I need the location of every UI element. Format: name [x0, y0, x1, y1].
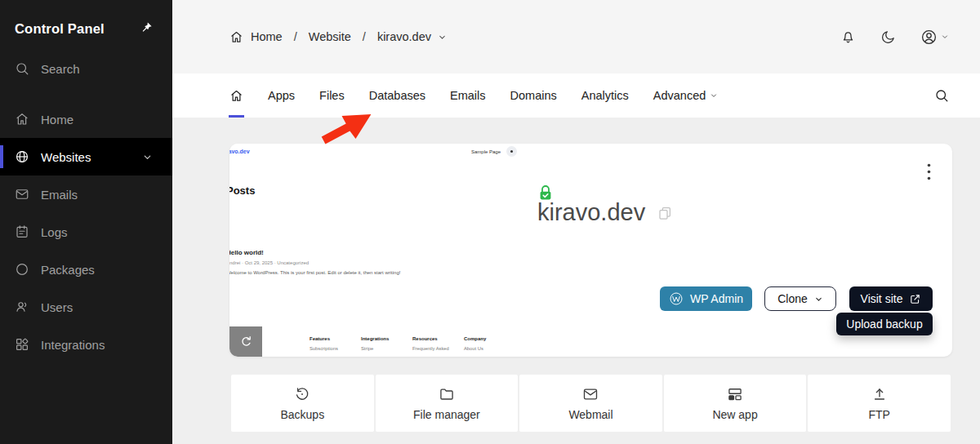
breadcrumb: Home / Website / kiravo.dev [229, 30, 447, 44]
breadcrumb-home[interactable]: Home [229, 30, 283, 44]
quick-actions-row: Backups File manager Webmail New app FTP [231, 375, 951, 432]
preview-search-icon [506, 146, 517, 157]
search-icon [934, 88, 949, 103]
upload-backup-label: Upload backup [846, 317, 922, 331]
theme-toggle-button[interactable] [880, 29, 896, 45]
tabbar-search-button[interactable] [934, 88, 949, 103]
preview-site-logo: kiravo.dev [229, 149, 250, 154]
quick-action-label: FTP [868, 408, 889, 421]
preview-footer-col-title: Company [464, 336, 515, 341]
sidebar-header: Control Panel [0, 0, 172, 37]
sidebar-item-logs[interactable]: Logs [0, 213, 172, 251]
folder-icon [439, 386, 455, 402]
copy-domain-button[interactable] [657, 205, 672, 221]
breadcrumb-current-label: kiravo.dev [377, 30, 431, 43]
quick-action-label: Backups [280, 408, 324, 421]
preview-post-meta: Andrei · Oct 29, 2025 · Uncategorized [229, 260, 406, 265]
sidebar-item-label: Integrations [41, 338, 105, 352]
breadcrumb-site-selector[interactable]: kiravo.dev [377, 30, 447, 43]
refresh-preview-button[interactable] [229, 326, 262, 357]
site-tabbar: Apps Files Databases Emails Domains Anal… [172, 73, 980, 118]
chevron-down-icon [438, 33, 447, 42]
annotation-arrow [317, 103, 386, 145]
preview-post-body: Welcome to WordPress. This is your first… [229, 269, 406, 277]
tab-emails[interactable]: Emails [450, 89, 486, 102]
search-icon [15, 61, 29, 76]
home-icon [229, 89, 243, 103]
sidebar-search[interactable]: Search [0, 50, 172, 87]
quick-action-ftp[interactable]: FTP [808, 375, 951, 432]
wp-admin-button[interactable]: WP Admin [660, 286, 752, 311]
quick-action-label: Webmail [568, 408, 612, 421]
breadcrumb-separator: / [363, 30, 366, 43]
preview-footer-col-link: Stripe [361, 346, 412, 351]
breadcrumb-home-label: Home [251, 30, 283, 43]
wp-admin-label: WP Admin [690, 292, 743, 305]
site-preview-thumbnail[interactable]: kiravo.dev Sample Page Posts Hello world… [229, 144, 519, 357]
tab-analytics[interactable]: Analytics [581, 89, 629, 102]
topbar-actions [840, 29, 949, 46]
preview-footer-column: Features Subscriptions [310, 336, 361, 351]
site-title-row: kiravo.dev [537, 199, 672, 226]
sidebar-item-emails[interactable]: Emails [0, 175, 172, 213]
sidebar-search-label: Search [41, 62, 80, 76]
app-root: Control Panel Search Home Websites Email… [0, 0, 980, 444]
site-domain-title: kiravo.dev [537, 199, 645, 226]
breadcrumb-section[interactable]: Website [309, 30, 351, 43]
refresh-icon [239, 335, 253, 349]
sidebar-item-packages[interactable]: Packages [0, 251, 172, 288]
quick-action-file-manager[interactable]: File manager [376, 375, 519, 432]
pin-icon[interactable] [140, 21, 153, 37]
tab-domains[interactable]: Domains [510, 89, 557, 102]
preview-post-title: Hello world! [229, 249, 406, 256]
home-icon [229, 30, 243, 44]
envelope-icon [15, 187, 29, 202]
tab-files[interactable]: Files [319, 89, 345, 102]
preview-footer-column: Company About Us [464, 336, 515, 351]
tab-apps[interactable]: Apps [268, 89, 295, 102]
sidebar-item-label: Packages [41, 263, 95, 277]
upload-icon [871, 386, 888, 402]
circle-icon [15, 262, 29, 277]
sidebar-item-home[interactable]: Home [0, 100, 172, 138]
notifications-button[interactable] [840, 29, 856, 45]
bell-icon [840, 29, 856, 45]
tab-databases[interactable]: Databases [369, 89, 425, 102]
preview-footer-col-link: Subscriptions [310, 346, 361, 351]
breadcrumb-separator: / [294, 30, 297, 43]
sidebar-item-label: Emails [41, 188, 78, 202]
journal-icon [15, 224, 29, 239]
sidebar-item-websites[interactable]: Websites [0, 138, 172, 175]
preview-nav-link: Sample Page [471, 149, 501, 154]
visit-site-button[interactable]: Visit site [849, 286, 933, 311]
visit-site-label: Visit site [861, 292, 903, 305]
grid-diamond-icon [15, 337, 29, 352]
upload-backup-button[interactable]: Upload backup [836, 313, 933, 335]
kebab-icon [927, 163, 931, 180]
clone-label: Clone [777, 292, 808, 305]
sidebar-nav: Home Websites Emails Logs Packages U [0, 100, 172, 363]
preview-site-nav: Sample Page [471, 146, 517, 157]
copy-icon [657, 205, 672, 221]
moon-icon [880, 29, 896, 45]
content: kiravo.dev Sample Page Posts Hello world… [172, 118, 980, 444]
tab-advanced[interactable]: Advanced [653, 89, 719, 102]
quick-action-backups[interactable]: Backups [231, 375, 374, 432]
tab-overview-home[interactable] [229, 73, 243, 118]
preview-footer-col-title: Resources [412, 336, 464, 341]
main-area: Home / Website / kiravo.dev [172, 0, 980, 444]
preview-footer-column: Integrations Stripe [361, 336, 412, 351]
sidebar-item-integrations[interactable]: Integrations [0, 326, 172, 363]
app-grid-icon [727, 386, 743, 402]
quick-action-webmail[interactable]: Webmail [519, 375, 662, 432]
quick-action-new-app[interactable]: New app [664, 375, 807, 432]
site-card: kiravo.dev Sample Page Posts Hello world… [229, 144, 952, 357]
preview-footer-col-title: Features [310, 336, 361, 341]
external-link-icon [909, 293, 921, 305]
sidebar-item-users[interactable]: Users [0, 288, 172, 326]
envelope-icon [582, 386, 599, 402]
clone-button[interactable]: Clone [764, 286, 836, 311]
card-kebab-menu-button[interactable] [924, 160, 934, 186]
sidebar-item-label: Logs [41, 225, 68, 239]
account-menu-button[interactable] [920, 29, 949, 46]
